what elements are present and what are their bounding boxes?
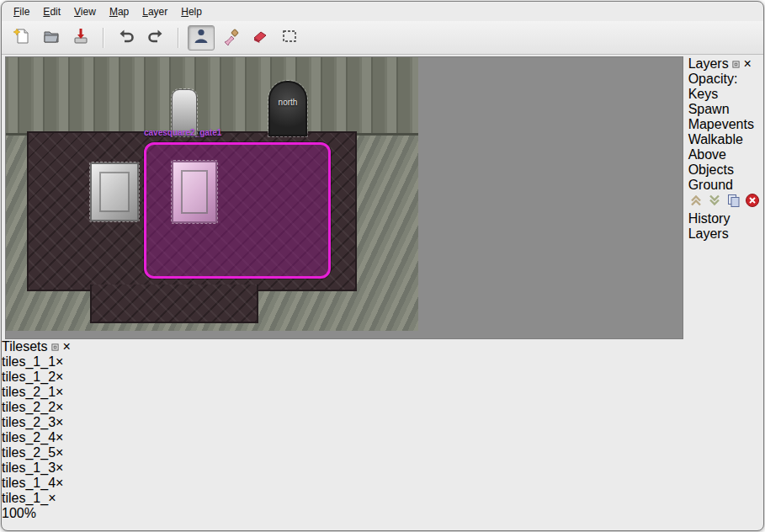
toolbar-separator xyxy=(103,28,104,48)
layer-name: Above xyxy=(688,147,726,162)
undo-button[interactable] xyxy=(113,25,140,51)
open-file-button[interactable] xyxy=(38,25,65,51)
layer-name: Keys xyxy=(688,87,719,101)
zoom-level: 100% xyxy=(2,506,36,520)
layer-row-ground[interactable]: Ground xyxy=(688,178,760,193)
eraser-tool-button[interactable] xyxy=(247,25,274,51)
menu-item-layer[interactable]: Layer xyxy=(135,3,174,20)
map-art: north cavesquare2_gate1 xyxy=(6,57,418,331)
eraser-icon xyxy=(251,27,269,49)
tileset-tab-tiles_2_3[interactable]: tiles_2_3× xyxy=(2,415,763,430)
layers-dock: Layers × Opacity: KeysSpawnMapeventsWalk… xyxy=(688,56,760,339)
undo-icon xyxy=(117,27,135,49)
main-area: north cavesquare2_gate1 xyxy=(2,55,763,339)
tilesets-dock: Tilesets × tiles_1_1×tiles_1_2×tiles_2_1… xyxy=(2,339,763,506)
tab-label: tiles_2_2 xyxy=(2,400,56,414)
person-stamp-icon xyxy=(192,27,210,49)
tab-close-icon[interactable]: × xyxy=(56,445,63,460)
layer-actions xyxy=(688,193,760,211)
new-file-icon xyxy=(13,27,31,49)
layer-row-spawn[interactable]: Spawn xyxy=(688,102,760,117)
mapevent-name-label: cavesquare2_gate1 xyxy=(144,128,221,137)
save-icon xyxy=(72,27,90,49)
layers-dock-titlebar: Layers × xyxy=(688,56,760,72)
tileset-tab-tiles_1_4[interactable]: tiles_1_4× xyxy=(2,476,763,491)
tab-close-icon[interactable]: × xyxy=(56,476,63,490)
layer-name: Objects xyxy=(688,162,734,177)
map-canvas[interactable]: north cavesquare2_gate1 xyxy=(5,56,683,339)
redo-button[interactable] xyxy=(142,25,169,51)
toolbar xyxy=(2,21,763,55)
menu-item-file[interactable]: File xyxy=(7,3,36,20)
menu-item-edit[interactable]: Edit xyxy=(36,3,67,20)
dock-close-button[interactable]: × xyxy=(744,56,752,71)
layer-row-mapevents[interactable]: Mapevents xyxy=(688,117,760,132)
layer-row-keys[interactable]: Keys xyxy=(688,87,760,102)
tilesets-dock-title: Tilesets xyxy=(2,339,48,354)
tab-close-icon[interactable]: × xyxy=(48,491,56,505)
tab-close-icon[interactable]: × xyxy=(56,430,63,444)
menu-item-view[interactable]: View xyxy=(67,3,103,20)
silver-door xyxy=(90,162,139,221)
dock-tab-layers[interactable]: Layers xyxy=(688,226,760,242)
tileset-tab-tiles_2_1[interactable]: tiles_2_1× xyxy=(2,385,763,400)
north-gate xyxy=(268,81,307,136)
tileset-tab-tiles_1_2[interactable]: tiles_1_2× xyxy=(2,370,763,385)
tab-label: tiles_2_1 xyxy=(2,385,56,399)
tab-label: tiles_1_3 xyxy=(2,460,56,475)
tileset-tab-tiles_1_1[interactable]: tiles_1_1× xyxy=(2,354,763,370)
dock-float-button[interactable] xyxy=(51,339,62,354)
tileset-tabbar: tiles_1_1×tiles_1_2×tiles_2_1×tiles_2_2×… xyxy=(2,354,763,506)
tab-label: tiles_2_4 xyxy=(2,430,56,444)
cave-floor-extension xyxy=(90,285,258,323)
new-file-button[interactable] xyxy=(8,25,35,51)
tileset-tab-tiles_2_5[interactable]: tiles_2_5× xyxy=(2,445,763,460)
tab-label: tiles_1_1 xyxy=(2,354,56,369)
brush-tool-button[interactable] xyxy=(217,25,244,51)
layer-row-objects[interactable]: Objects xyxy=(688,162,760,178)
dock-tab-history[interactable]: History xyxy=(688,211,760,226)
delete-layer-button[interactable] xyxy=(745,196,760,210)
tileset-tab-tiles_2_2[interactable]: tiles_2_2× xyxy=(2,400,763,415)
save-button[interactable] xyxy=(67,25,94,51)
tileset-tab-tiles_1_[interactable]: tiles_1_× xyxy=(2,491,763,506)
tab-close-icon[interactable]: × xyxy=(56,400,63,414)
tilesets-dock-titlebar: Tilesets × xyxy=(2,339,763,354)
menu-item-help[interactable]: Help xyxy=(174,3,209,20)
tab-label: tiles_2_3 xyxy=(2,415,56,429)
layers-dock-title: Layers xyxy=(688,56,729,71)
menu-item-map[interactable]: Map xyxy=(103,3,135,20)
tab-close-icon[interactable]: × xyxy=(56,354,63,369)
dock-float-button[interactable] xyxy=(732,56,743,71)
app-window: FileEditViewMapLayerHelp xyxy=(1,1,764,531)
layer-name: Mapevents xyxy=(688,117,754,131)
tileset-tab-tiles_2_4[interactable]: tiles_2_4× xyxy=(2,430,763,445)
tab-close-icon[interactable]: × xyxy=(56,415,63,429)
layer-list: KeysSpawnMapeventsWalkableAboveObjectsGr… xyxy=(688,87,760,193)
redo-icon xyxy=(146,27,165,49)
duplicate-layer-button[interactable] xyxy=(726,196,745,210)
stamp-tool-button[interactable] xyxy=(188,25,215,51)
pink-door xyxy=(172,161,217,223)
tileset-tab-tiles_1_3[interactable]: tiles_1_3× xyxy=(2,460,763,476)
tab-close-icon[interactable]: × xyxy=(56,460,63,475)
gate-direction-label: north xyxy=(268,98,307,107)
opacity-label: Opacity: xyxy=(688,72,738,86)
tab-label: tiles_2_5 xyxy=(2,445,56,460)
tab-close-icon[interactable]: × xyxy=(56,385,63,399)
layer-name: Walkable xyxy=(688,132,743,146)
layer-name: Ground xyxy=(688,178,733,192)
menubar: FileEditViewMapLayerHelp xyxy=(2,2,763,21)
lower-layer-button[interactable] xyxy=(707,196,725,210)
dock-close-button[interactable]: × xyxy=(62,339,70,354)
statusbar: 100% xyxy=(2,506,763,521)
layers-dock-tabs: HistoryLayers xyxy=(688,211,760,242)
raise-layer-button[interactable] xyxy=(688,196,707,210)
layer-row-walkable[interactable]: Walkable xyxy=(688,132,760,147)
select-tool-button[interactable] xyxy=(276,25,303,51)
tab-close-icon[interactable]: × xyxy=(56,370,63,384)
tab-label: tiles_1_2 xyxy=(2,370,56,384)
stone-wall xyxy=(6,57,418,136)
layer-row-above[interactable]: Above xyxy=(688,147,760,162)
layer-name: Spawn xyxy=(688,102,730,116)
